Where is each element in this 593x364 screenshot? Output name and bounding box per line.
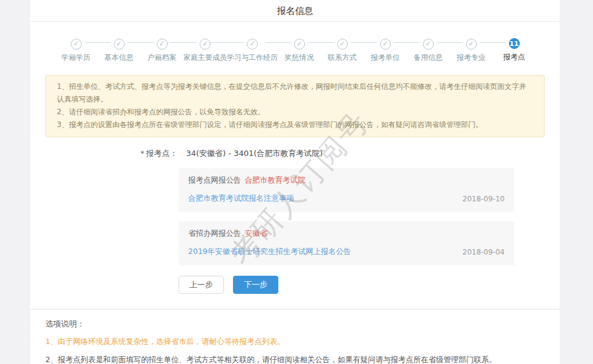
required-mark: *	[140, 149, 145, 158]
announcement-date: 2018-09-04	[462, 248, 505, 256]
check-icon: ✓	[247, 39, 258, 50]
step-label: 联系方式	[321, 53, 364, 63]
step-student-status[interactable]: ✓ 学籍学历	[54, 37, 97, 63]
registration-form-card: 报名信息 ✓ 学籍学历 ✓ 基本信息 ✓ 户籍档案 ✓ 家庭主要成员 ✓ 学习与…	[30, 0, 560, 364]
step-label: 备用信息	[407, 53, 450, 63]
announcement-type-label: 省招办网报公告	[188, 229, 241, 238]
key-info-notice: 1、招生单位、考试方式、报考点等为报考关键信息，在提交信息后不允许修改，网报时间…	[45, 75, 545, 137]
announcement-header: 报考点网报公告合肥市教育考试院	[188, 175, 505, 186]
step-basic-info[interactable]: ✓ 基本信息	[97, 37, 140, 63]
notice-line: 2、请仔细阅读省招办和报考点的网报公告，以免导致报名无效。	[57, 106, 533, 119]
announcement-link[interactable]: 合肥市教育考试院报名注意事项	[188, 193, 294, 204]
step-study-work-history[interactable]: ✓ 学习与工作经历	[227, 37, 278, 63]
announcement-body: 2019年安徽省硕士研究生招生考试网上报名公告 2018-09-04	[188, 247, 505, 257]
announcement-list: 报考点网报公告合肥市教育考试院 合肥市教育考试院报名注意事项 2018-09-1…	[179, 168, 514, 265]
options-item: 2、报考点列表是和前面填写的招生单位、考试方式等相关联的，请仔细阅读相关公告，如…	[45, 354, 545, 364]
step-label: 报考专业	[450, 53, 493, 63]
step-contact-info[interactable]: ✓ 联系方式	[321, 37, 364, 63]
check-icon: ✓	[380, 39, 391, 50]
check-icon: ✓	[71, 39, 82, 50]
check-icon: ✓	[200, 39, 211, 50]
exam-site-selected-value: 34(安徽省) - 3401(合肥市教育考试院)	[186, 149, 323, 158]
step-label: 基本信息	[97, 53, 140, 63]
step-backup-info[interactable]: ✓ 备用信息	[407, 37, 450, 63]
step-label: 学习与工作经历	[227, 53, 278, 63]
options-explanation: 选项说明： 1、由于网络环境及系统复杂性，选择省市后，请耐心等待报考点列表。 2…	[30, 310, 560, 364]
announcement-org: 安徽省	[245, 229, 268, 238]
check-icon: ✓	[294, 39, 305, 50]
wizard-stepper: ✓ 学籍学历 ✓ 基本信息 ✓ 户籍档案 ✓ 家庭主要成员 ✓ 学习与工作经历 …	[30, 22, 560, 63]
announcement-link[interactable]: 2019年安徽省硕士研究生招生考试网上报名公告	[188, 247, 351, 257]
check-icon: ✓	[337, 39, 348, 50]
step-exam-site-current[interactable]: 11 报考点	[493, 37, 536, 63]
step-target-major[interactable]: ✓ 报考专业	[450, 37, 493, 63]
announcement-org: 合肥市教育考试院	[245, 175, 306, 184]
announcement-type-label: 报考点网报公告	[188, 175, 241, 184]
check-icon: ✓	[423, 39, 434, 50]
announcement-body: 合肥市教育考试院报名注意事项 2018-09-10	[188, 193, 505, 204]
options-heading: 选项说明：	[45, 319, 545, 330]
options-item: 1、由于网络环境及系统复杂性，选择省市后，请耐心等待报考点列表。	[45, 336, 545, 348]
wizard-buttons: 上一步 下一步	[179, 276, 560, 294]
previous-step-button[interactable]: 上一步	[179, 276, 224, 294]
province-announcement-card: 省招办网报公告安徽省 2019年安徽省硕士研究生招生考试网上报名公告 2018-…	[179, 221, 514, 265]
step-label: 报考单位	[364, 53, 407, 63]
step-label: 户籍档案	[140, 53, 183, 63]
page-title: 报名信息	[30, 0, 560, 22]
exam-site-label: 报考点：	[146, 149, 178, 158]
step-number-badge: 11	[509, 38, 520, 49]
check-icon: ✓	[466, 39, 477, 50]
check-icon: ✓	[157, 39, 168, 50]
step-household-file[interactable]: ✓ 户籍档案	[140, 37, 183, 63]
exam-site-announcement-card: 报考点网报公告合肥市教育考试院 合肥市教育考试院报名注意事项 2018-09-1…	[179, 168, 514, 212]
check-icon: ✓	[114, 39, 125, 50]
step-family-members[interactable]: ✓ 家庭主要成员	[183, 37, 227, 63]
step-target-institution[interactable]: ✓ 报考单位	[364, 37, 407, 63]
step-label: 学籍学历	[54, 53, 97, 63]
notice-line: 1、招生单位、考试方式、报考点等为报考关键信息，在提交信息后不允许修改，网报时间…	[57, 80, 533, 106]
step-label: 家庭主要成员	[183, 53, 227, 63]
exam-site-form-row: *报考点：34(安徽省) - 3401(合肥市教育考试院)	[140, 148, 560, 159]
announcement-date: 2018-09-10	[462, 195, 505, 203]
step-rewards-punishments[interactable]: ✓ 奖惩情况	[278, 37, 321, 63]
step-label: 奖惩情况	[278, 53, 321, 63]
step-label: 报考点	[493, 52, 536, 62]
announcement-header: 省招办网报公告安徽省	[188, 229, 505, 239]
notice-line: 3、报考点的设置由各报考点所在省级管理部门设定，请仔细阅读报考点及省级管理部门的…	[57, 119, 533, 131]
next-step-button[interactable]: 下一步	[233, 276, 278, 294]
